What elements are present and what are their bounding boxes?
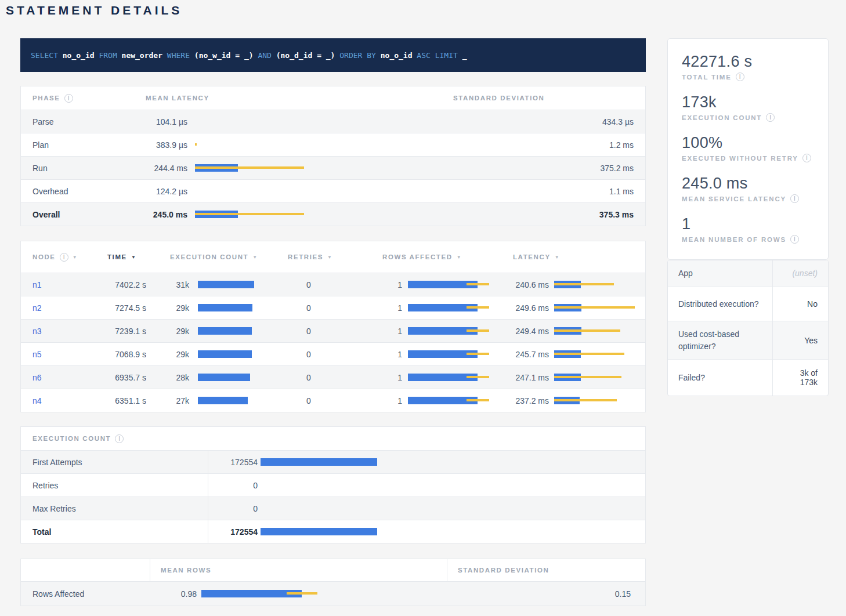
time-column-header[interactable]: Time (96, 241, 150, 273)
sort-arrow-icon[interactable] (457, 253, 462, 260)
stat-label: Mean number of Rows (682, 236, 786, 243)
retries-value: 0 (306, 303, 311, 313)
exec-row-label: Retries (32, 481, 58, 490)
phase-label: Run (32, 164, 48, 173)
rows-affected-bar (408, 350, 489, 358)
sort-arrow-icon[interactable] (555, 253, 561, 260)
std-dev-value: 375.3 ms (599, 210, 634, 219)
node-link[interactable]: n4 (32, 396, 42, 405)
rows-affected-table-header: Mean Rows Standard Deviation (21, 559, 645, 581)
execution-count-table-header: Execution Count (21, 427, 645, 450)
sort-arrow-icon[interactable] (73, 253, 78, 260)
retries-value: 0 (306, 327, 311, 336)
exec-count-bar (198, 397, 248, 404)
info-icon[interactable] (115, 434, 124, 443)
latency-bar (554, 350, 624, 358)
info-icon[interactable] (790, 235, 799, 244)
exec-count-bar (198, 281, 254, 288)
rows-affected-label: Rows Affected (32, 589, 84, 599)
node-link[interactable]: n5 (32, 350, 42, 359)
table-row: Parse 104.1 µs 434.3 µs (21, 110, 645, 133)
table-row: Overall 245.0 ms 375.3 ms (21, 202, 645, 226)
rows-affected-value: 1 (372, 396, 402, 405)
std-dev-column-header: Standard Deviation (443, 86, 645, 110)
info-icon[interactable] (766, 113, 775, 122)
exec-row-value: 172554 (208, 458, 258, 467)
sort-arrow-icon[interactable] (327, 253, 333, 260)
mean-rows-column-header: Mean Rows (150, 559, 447, 581)
detail-row-cost-based-optimizer: Used cost-based optimizer? Yes (668, 321, 828, 359)
latency-bar (554, 304, 635, 311)
exec-row-label: First Attempts (32, 458, 82, 467)
info-icon[interactable] (802, 154, 811, 162)
mean-latency-value: 104.1 µs (133, 117, 187, 126)
execution-count-column-header[interactable]: Execution Count (150, 241, 277, 273)
detail-value: (unset) (773, 260, 828, 286)
detail-value: 3k of 173k (773, 360, 828, 396)
rows-affected-table: Mean Rows Standard Deviation Rows Affect… (20, 559, 646, 606)
exec-count-value: 29k (150, 350, 189, 359)
detail-label: Failed? (668, 360, 773, 396)
latency-bar (554, 327, 620, 335)
time-value: 6351.1 s (115, 396, 146, 405)
table-row: First Attempts 172554 (21, 450, 645, 473)
table-row: Plan 383.9 µs 1.2 ms (21, 133, 645, 156)
info-icon[interactable] (790, 194, 799, 203)
table-row: Retries 0 (21, 473, 645, 497)
rows-affected-column-header[interactable]: Rows Affected (372, 241, 502, 273)
stat-executed-without-retry: 100% Executed without Retry (682, 134, 814, 162)
std-dev-value: 1.1 ms (609, 187, 634, 196)
sql-statement-text: SELECT no_o_id FROM new_order WHERE (no_… (31, 51, 467, 60)
table-row: n3 7239.1 s 29k 0 1 249.4 ms (21, 319, 645, 342)
info-icon[interactable] (60, 253, 68, 262)
phase-label: Overall (32, 210, 60, 219)
table-row: Total 172554 (21, 520, 645, 543)
phase-table: Phase Mean Latency Standard Deviation Pa… (20, 86, 646, 226)
time-value: 7402.2 s (115, 280, 146, 289)
mean-rows-bar (201, 590, 317, 597)
table-row: n1 7402.2 s 31k 0 1 240.6 ms (21, 273, 645, 296)
sort-arrow-icon[interactable] (252, 253, 258, 260)
std-dev-value: 1.2 ms (609, 140, 634, 150)
exec-count-bar (198, 304, 252, 311)
sort-arrow-icon[interactable] (131, 253, 137, 260)
node-column-header[interactable]: Node (21, 241, 96, 273)
info-icon[interactable] (736, 73, 744, 81)
execution-count-table: Execution Count First Attempts 172554 Re… (20, 426, 646, 543)
latency-bar (554, 397, 617, 404)
exec-count-bar (261, 458, 377, 466)
latency-bar (195, 164, 304, 172)
exec-count-value: 29k (150, 327, 189, 336)
std-dev-value: 375.2 ms (600, 164, 634, 173)
stat-label: Total Time (682, 74, 732, 81)
latency-value: 245.7 ms (502, 350, 549, 359)
table-row: n2 7274.5 s 29k 0 1 249.6 ms (21, 296, 645, 319)
time-value: 7068.9 s (115, 350, 146, 359)
detail-row-failed: Failed? 3k of 173k (668, 359, 828, 396)
exec-count-bar (198, 374, 250, 381)
stat-value: 42271.6 s (682, 53, 814, 71)
latency-bar (554, 281, 614, 288)
statement-details-card: App (unset) Distributed execution? No Us… (667, 260, 829, 396)
latency-column-header[interactable]: Latency (502, 241, 645, 273)
rows-affected-bar (408, 397, 489, 404)
stat-value: 173k (682, 93, 814, 111)
rows-affected-bar (408, 304, 489, 311)
stat-total-time: 42271.6 s Total Time (682, 53, 814, 81)
exec-count-bar (261, 528, 377, 535)
table-row: Rows Affected 0.98 0.15 (21, 581, 645, 606)
node-link[interactable]: n3 (32, 327, 42, 336)
rows-affected-bar (408, 374, 489, 381)
info-icon[interactable] (64, 94, 73, 103)
latency-bar (554, 374, 621, 381)
node-link[interactable]: n2 (32, 303, 42, 313)
phase-label: Parse (32, 117, 54, 126)
node-link[interactable]: n1 (32, 280, 42, 289)
page-title: STATEMENT DETAILS (6, 3, 182, 17)
latency-bar (195, 141, 197, 148)
latency-value: 240.6 ms (502, 280, 549, 289)
stat-label: Executed without Retry (682, 155, 798, 162)
rows-affected-value: 1 (372, 350, 402, 359)
retries-column-header[interactable]: Retries (277, 241, 372, 273)
node-link[interactable]: n6 (32, 373, 42, 382)
